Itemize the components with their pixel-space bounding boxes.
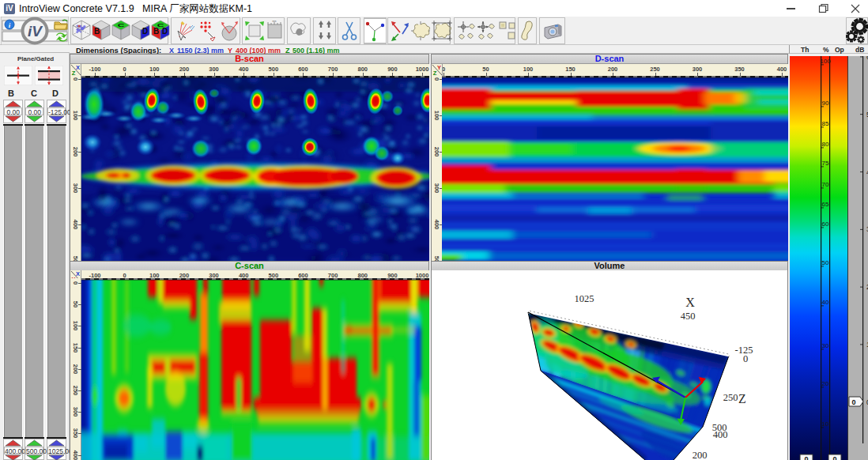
- svg-text:450: 450: [681, 311, 696, 322]
- svg-text:200: 200: [693, 450, 708, 460]
- svg-text:50: 50: [822, 259, 829, 266]
- svg-text:70: 70: [822, 181, 829, 188]
- svg-text:60: 60: [822, 221, 829, 228]
- svg-text:B: B: [94, 27, 100, 36]
- svg-text:1025: 1025: [575, 293, 594, 304]
- svg-text:D: D: [142, 27, 148, 36]
- svg-text:80: 80: [822, 141, 829, 148]
- svg-text:C: C: [118, 23, 125, 28]
- svg-text:30: 30: [822, 342, 829, 349]
- svg-text:90: 90: [822, 100, 829, 107]
- svg-text:400: 400: [713, 429, 728, 440]
- svg-text:iV: iV: [28, 23, 43, 40]
- svg-text:0: 0: [851, 398, 855, 406]
- svg-text:85: 85: [822, 120, 829, 127]
- svg-text:10: 10: [822, 420, 829, 428]
- svg-text:B: B: [153, 27, 159, 36]
- svg-text:D: D: [162, 27, 168, 36]
- svg-text:Z: Z: [738, 392, 746, 405]
- svg-text:75: 75: [822, 160, 829, 167]
- svg-text:0: 0: [804, 455, 808, 460]
- svg-text:X: X: [685, 296, 695, 309]
- svg-text:40: 40: [822, 299, 829, 306]
- svg-text:250: 250: [723, 392, 738, 403]
- svg-text:100: 100: [820, 58, 831, 65]
- svg-text:mm: mm: [273, 20, 277, 23]
- svg-text:0: 0: [832, 455, 836, 460]
- svg-text:0: 0: [743, 353, 748, 364]
- svg-text:65: 65: [822, 201, 829, 208]
- svg-text:20: 20: [822, 380, 829, 387]
